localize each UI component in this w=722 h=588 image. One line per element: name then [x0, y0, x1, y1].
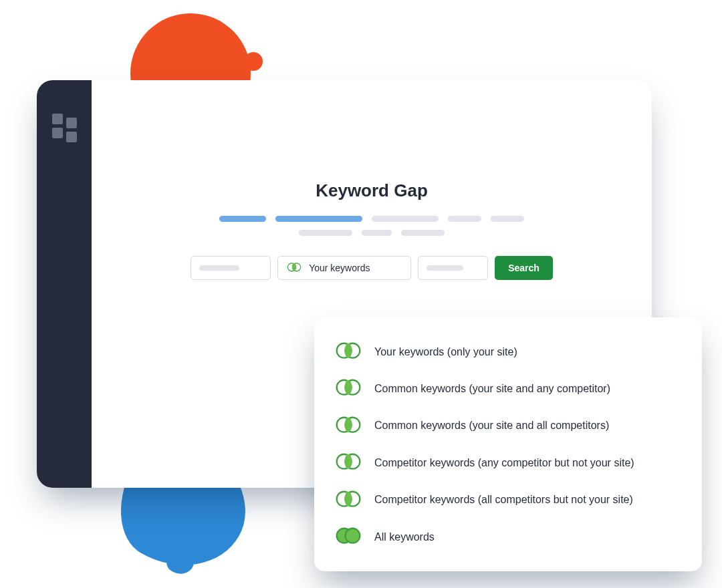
keyword-filter-dropdown: Your keywords (only your site) Common ke… [314, 317, 702, 571]
venn-full-icon [334, 527, 362, 547]
svg-point-8 [345, 380, 352, 395]
dropdown-option-all-keywords[interactable]: All keywords [334, 520, 682, 554]
dropdown-option-competitor-all[interactable]: Competitor keywords (all competitors but… [334, 483, 682, 517]
venn-all-overlap-icon [334, 416, 362, 436]
keyword-filter-label: Your keywords [309, 263, 370, 273]
svg-point-2 [292, 263, 296, 271]
search-button[interactable]: Search [495, 256, 553, 280]
dropdown-option-your-keywords[interactable]: Your keywords (only your site) [334, 335, 682, 369]
dropdown-option-competitor-any[interactable]: Competitor keywords (any competitor but … [334, 446, 682, 480]
dropdown-option-common-any[interactable]: Common keywords (your site and any compe… [334, 372, 682, 406]
venn-icon [286, 262, 302, 275]
page-title: Keyword Gap [316, 180, 428, 201]
dropdown-option-label: Your keywords (only your site) [374, 346, 517, 358]
dropdown-option-label: Competitor keywords (all competitors but… [374, 494, 633, 506]
country-select[interactable] [418, 256, 488, 280]
svg-point-19 [345, 529, 360, 543]
keyword-filter-select[interactable]: Your keywords [277, 256, 411, 280]
apps-grid-icon[interactable] [52, 114, 77, 488]
dropdown-option-label: Common keywords (your site and all compe… [374, 420, 609, 432]
dropdown-option-label: Common keywords (your site and any compe… [374, 383, 610, 395]
venn-center-icon [334, 341, 362, 362]
decorative-dot-orange [244, 52, 263, 71]
venn-right-all-icon [334, 490, 362, 510]
domain-input[interactable] [191, 256, 271, 280]
skeleton-steps [219, 216, 524, 236]
svg-point-11 [345, 418, 352, 432]
venn-right-icon [334, 452, 362, 473]
search-controls: Your keywords Search [191, 256, 553, 280]
dropdown-option-common-all[interactable]: Common keywords (your site and all compe… [334, 409, 682, 443]
sidebar [37, 80, 92, 488]
svg-point-17 [345, 491, 352, 506]
venn-overlap-icon [334, 378, 362, 399]
svg-point-14 [345, 454, 352, 469]
dropdown-option-label: All keywords [374, 531, 435, 543]
svg-point-5 [345, 343, 352, 358]
dropdown-option-label: Competitor keywords (any competitor but … [374, 457, 634, 469]
